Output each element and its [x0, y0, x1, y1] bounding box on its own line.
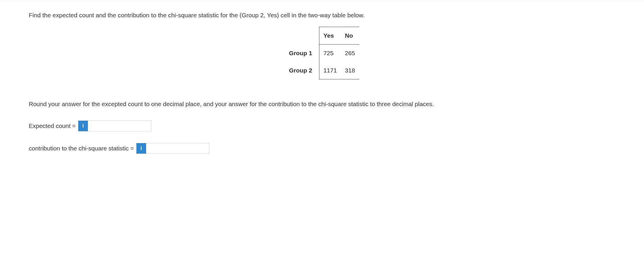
- cell-value: 725: [319, 45, 341, 62]
- row-label: Group 2: [285, 62, 319, 79]
- table-header-no: No: [341, 27, 359, 45]
- cell-value: 1171: [319, 62, 341, 79]
- info-icon[interactable]: i: [78, 120, 88, 131]
- cell-value: 318: [341, 62, 359, 79]
- contribution-row: contribution to the chi-square statistic…: [29, 143, 615, 154]
- question-text: Find the expected count and the contribu…: [29, 12, 615, 19]
- row-label: Group 1: [285, 45, 319, 62]
- table-header-empty: [285, 27, 319, 45]
- info-icon[interactable]: i: [136, 143, 146, 154]
- contribution-input[interactable]: [146, 143, 209, 154]
- cell-value: 265: [341, 45, 359, 62]
- instruction-text: Round your answer for the excepted count…: [29, 99, 615, 109]
- table-row: Group 1 725 265: [285, 45, 359, 62]
- contribution-label: contribution to the chi-square statistic…: [29, 145, 134, 152]
- expected-count-label: Expected count =: [29, 122, 76, 129]
- expected-count-input[interactable]: [88, 120, 151, 131]
- two-way-table: Yes No Group 1 725 265 Group 2 1171 318: [285, 27, 359, 79]
- table-header-yes: Yes: [319, 27, 341, 45]
- expected-count-row: Expected count = i: [29, 120, 615, 131]
- table-row: Group 2 1171 318: [285, 62, 359, 79]
